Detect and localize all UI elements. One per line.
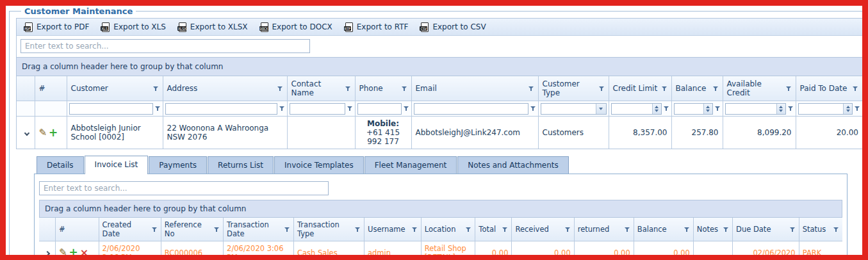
invoice-search-input[interactable]	[39, 181, 329, 195]
collapse-row-icon[interactable]	[24, 131, 29, 136]
col-credit-limit[interactable]: Credit Limit	[609, 76, 671, 101]
filter-icon[interactable]	[279, 106, 285, 111]
export-rtf-button[interactable]: RTF Export to RTF	[340, 21, 414, 33]
filter-icon[interactable]	[625, 227, 630, 232]
customer-group-panel[interactable]: Drag a column header here to group by th…	[17, 57, 862, 76]
col-balance[interactable]: Balance	[634, 218, 693, 241]
col-balance[interactable]: Balance	[671, 76, 723, 101]
filter-icon[interactable]	[713, 86, 719, 92]
tab-payments[interactable]: Payments	[149, 156, 207, 174]
col-email[interactable]: Email	[411, 76, 538, 101]
export-xlsx-button[interactable]: XLSX Export to XLSX	[173, 21, 254, 33]
filter-icon[interactable]	[153, 86, 159, 92]
filter-icon[interactable]	[662, 86, 667, 92]
filter-icon[interactable]	[715, 106, 721, 111]
filter-icon[interactable]	[404, 106, 409, 111]
col-customer-type[interactable]: Customer Type	[538, 76, 609, 101]
col-phone[interactable]: Phone	[355, 76, 411, 101]
tab-notes-attachments[interactable]: Notes and Attachments	[457, 156, 568, 174]
col-notes[interactable]: Notes	[693, 218, 732, 241]
col-commands: #	[55, 218, 99, 241]
edit-icon[interactable]: ✎	[59, 248, 67, 257]
tab-details[interactable]: Details	[37, 156, 84, 174]
invoice-group-panel[interactable]: Drag a column header here to group by th…	[39, 200, 842, 218]
export-docx-button[interactable]: DOCX Export to DOCX	[255, 21, 338, 33]
filter-credit-limit-input[interactable]	[612, 104, 652, 114]
filter-icon[interactable]	[214, 227, 220, 232]
tab-invoice-templates[interactable]: Invoice Templates	[274, 156, 364, 174]
col-received[interactable]: Received	[512, 218, 574, 241]
filter-icon[interactable]	[155, 106, 161, 111]
col-total[interactable]: Total	[475, 218, 512, 241]
filter-address-input[interactable]	[165, 103, 277, 115]
tab-invoice-list[interactable]: Invoice List	[85, 156, 149, 174]
filter-icon[interactable]	[355, 227, 361, 232]
tab-fleet-management[interactable]: Fleet Management	[364, 156, 457, 174]
filter-icon[interactable]	[345, 86, 351, 92]
col-username[interactable]: Username	[364, 218, 421, 241]
filter-customer-input[interactable]	[69, 103, 153, 115]
spinner[interactable]	[703, 104, 712, 114]
col-reference-no[interactable]: Reference No	[161, 218, 223, 241]
filter-icon[interactable]	[723, 227, 729, 232]
spinner[interactable]	[843, 104, 852, 114]
filter-icon[interactable]	[528, 86, 534, 92]
col-available-credit[interactable]: Available Credit	[723, 76, 796, 101]
filter-icon[interactable]	[786, 86, 792, 92]
filter-icon[interactable]	[565, 227, 571, 232]
filter-customer-type-input[interactable]	[541, 104, 596, 114]
filter-icon[interactable]	[277, 86, 283, 92]
export-pdf-button[interactable]: PDF Export to PDF	[19, 21, 95, 33]
cell-created-date: 2/06/2020 3:06 PM	[99, 241, 161, 260]
spinner[interactable]	[652, 104, 661, 114]
filter-icon[interactable]	[502, 227, 508, 232]
col-paid-to-date[interactable]: Paid To Date	[796, 76, 862, 101]
filter-icon[interactable]	[402, 86, 407, 92]
col-status[interactable]: Status	[799, 218, 842, 241]
filter-icon[interactable]	[664, 106, 669, 111]
filter-contact-name-input[interactable]	[290, 103, 345, 115]
col-address[interactable]: Address	[163, 76, 287, 101]
customer-search-input[interactable]	[20, 39, 310, 53]
filter-icon[interactable]	[284, 227, 290, 232]
col-due-date[interactable]: Due Date	[733, 218, 799, 241]
filter-available-credit-input[interactable]	[726, 104, 776, 114]
col-customer[interactable]: Customer	[67, 76, 163, 101]
filter-icon[interactable]	[466, 227, 471, 232]
col-returned[interactable]: returned	[574, 218, 634, 241]
delete-icon[interactable]: ×	[80, 248, 88, 258]
export-csv-button[interactable]: CSV Export to CSV	[415, 21, 491, 33]
filter-icon[interactable]	[530, 106, 536, 111]
edit-icon[interactable]: ✎	[39, 128, 47, 138]
filter-cell-customer	[67, 101, 163, 117]
invoice-list-panel: Drag a column header here to group by th…	[34, 174, 848, 260]
col-created-date[interactable]: Created Date	[99, 218, 161, 241]
filter-icon[interactable]	[833, 227, 839, 232]
export-xls-button[interactable]: XLS Export to XLS	[96, 21, 171, 33]
col-location[interactable]: Location	[421, 218, 475, 241]
tab-returns-list[interactable]: Returns List	[208, 156, 274, 174]
expand-row-icon[interactable]	[45, 251, 50, 256]
filter-icon[interactable]	[684, 227, 690, 232]
invoice-search-row	[39, 179, 842, 200]
filter-balance-input[interactable]	[675, 104, 703, 114]
filter-icon[interactable]	[790, 227, 796, 232]
filter-email-input[interactable]	[414, 103, 528, 115]
add-icon[interactable]: +	[49, 127, 58, 138]
filter-icon[interactable]	[152, 227, 158, 232]
filter-icon[interactable]	[599, 86, 605, 92]
filter-icon[interactable]	[855, 106, 860, 111]
spinner[interactable]	[776, 104, 785, 114]
filter-phone-input[interactable]	[357, 103, 402, 115]
filter-icon[interactable]	[853, 86, 858, 92]
col-contact-name[interactable]: Contact Name	[287, 76, 355, 101]
filter-paid-to-date-input[interactable]	[799, 104, 844, 114]
col-transaction-date[interactable]: Transaction Date	[224, 218, 294, 241]
dropdown-button[interactable]	[596, 104, 606, 114]
filter-icon[interactable]	[347, 106, 353, 111]
col-transaction-type[interactable]: Transaction Type	[294, 218, 364, 241]
filter-icon[interactable]	[788, 106, 794, 111]
filter-icon[interactable]	[412, 227, 418, 232]
add-icon[interactable]: +	[69, 247, 78, 258]
customer-filter-row	[17, 101, 862, 117]
